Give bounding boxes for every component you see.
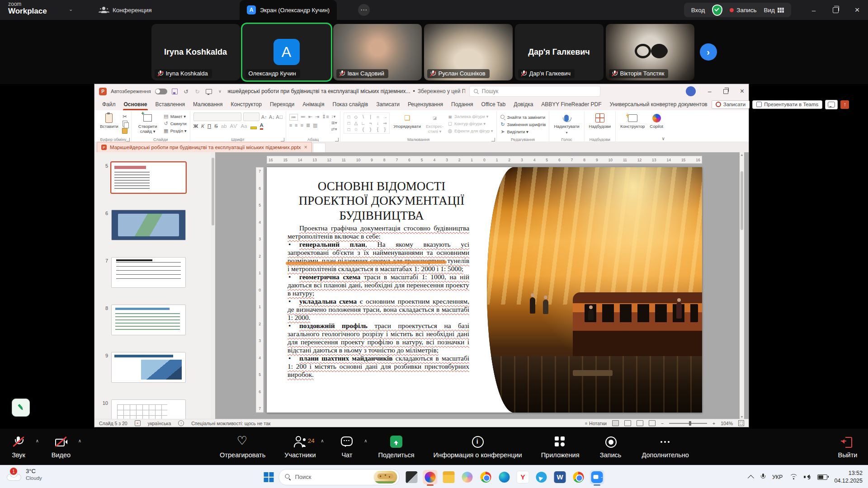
strikethrough-button[interactable]: S: [214, 123, 218, 129]
arrange-button[interactable]: ❏Упорядкувати: [392, 113, 422, 130]
shield-check-icon[interactable]: [712, 5, 722, 16]
ribbon-tab[interactable]: Office Tab: [477, 99, 510, 110]
toolbar-button[interactable]: 24 ∧ Участники: [284, 436, 316, 459]
chevron-up-icon[interactable]: ∧: [36, 438, 39, 443]
tab-conference[interactable]: Конференция: [100, 0, 152, 20]
ribbon-tab[interactable]: Подання: [447, 99, 477, 110]
ribbon-tab[interactable]: Основне: [120, 99, 151, 110]
align-text-button[interactable]: ⊞▾: [331, 120, 337, 125]
bold-button[interactable]: Ж: [193, 123, 198, 129]
dialog-launcher-icon[interactable]: [491, 138, 495, 141]
participant-tile[interactable]: A Олександр Кучин: [242, 24, 331, 80]
cut-button[interactable]: ✂: [122, 113, 128, 119]
ribbon-tab[interactable]: Рецензування: [404, 99, 447, 110]
share-button[interactable]: ↑: [840, 100, 849, 109]
quick-styles-button[interactable]: ◪Експрес- стилі ▾: [425, 113, 445, 135]
collapse-ribbon-button[interactable]: ∨: [662, 136, 665, 141]
ribbon-tab[interactable]: Файл: [98, 99, 120, 110]
decrease-indent-button[interactable]: ⇤: [308, 114, 312, 121]
slide-thumbnail[interactable]: 7: [102, 257, 207, 288]
shape-icon[interactable]: ∟: [360, 120, 366, 126]
shape-icon[interactable]: }: [382, 127, 388, 132]
font-size-box[interactable]: [243, 113, 259, 121]
weather-widget[interactable]: 1 3°C Cloudy: [6, 468, 42, 482]
dialog-launcher-icon[interactable]: [335, 138, 339, 141]
keyboard-language[interactable]: УКР: [772, 474, 783, 480]
annotation-pencil-button[interactable]: [12, 399, 30, 417]
copy-button[interactable]: [122, 121, 128, 127]
user-avatar[interactable]: [686, 86, 696, 96]
clear-format-button[interactable]: A⃠: [277, 114, 283, 120]
shape-icon[interactable]: ¬: [367, 120, 373, 126]
notes-button[interactable]: ≡Нотатки: [585, 421, 607, 426]
shape-outline-button[interactable]: ◻Контур фігури ▾: [447, 121, 493, 127]
zoom-slider[interactable]: [669, 423, 707, 424]
battery-icon[interactable]: [817, 474, 827, 480]
increase-indent-button[interactable]: ⇥: [315, 114, 319, 121]
shape-icon[interactable]: ⇒: [382, 120, 388, 126]
normal-view-button[interactable]: [612, 420, 619, 426]
toolbar-button[interactable]: ∧ Видео: [49, 436, 73, 459]
paste-button[interactable]: Вставити: [99, 113, 120, 130]
chevron-up-icon[interactable]: ∧: [321, 438, 324, 443]
taskbar-app[interactable]: [571, 470, 586, 484]
comments-button[interactable]: [825, 100, 838, 109]
taskbar-app[interactable]: [442, 470, 456, 484]
ribbon-tab[interactable]: Малювання: [189, 99, 226, 110]
shape-icon[interactable]: ☆: [353, 127, 359, 132]
shape-fill-button[interactable]: ◙Заливка фігури ▾: [447, 113, 493, 119]
saved-status[interactable]: Збережено у цей ПК: [418, 88, 465, 94]
ribbon-tab[interactable]: ABBYY FineReader PDF: [537, 99, 605, 110]
shrink-font-button[interactable]: A↓: [269, 114, 275, 120]
fit-to-window-button[interactable]: [738, 420, 744, 426]
slideshow-button[interactable]: [649, 420, 656, 426]
toolbar-button[interactable]: Информация о конференции: [434, 436, 522, 459]
shape-effects-button[interactable]: ◍Ефекти для фігур ▾: [447, 128, 493, 134]
taskbar-app[interactable]: Y: [516, 470, 530, 484]
toolbar-button[interactable]: Дополнительно: [642, 436, 689, 459]
ribbon-tab[interactable]: Универсальный конвертер документов: [606, 99, 712, 110]
italic-button[interactable]: К: [201, 123, 204, 129]
close-document-icon[interactable]: ×: [304, 144, 307, 150]
accessibility-status[interactable]: Спеціальні можливості: щось не так: [191, 421, 270, 426]
font-name-box[interactable]: [193, 113, 241, 121]
char-spacing-button[interactable]: АѴ: [230, 123, 238, 129]
designer-button[interactable]: Конструктор: [619, 113, 646, 130]
restore-button[interactable]: [825, 0, 846, 20]
slide-scrollbar[interactable]: ▲ ▼: [740, 152, 744, 419]
taskbar-app[interactable]: [423, 470, 438, 484]
participant-tile[interactable]: Руслан Сошніков: [424, 24, 513, 80]
login-button[interactable]: Вход: [691, 7, 705, 14]
taskbar-search[interactable]: Поиск: [279, 469, 400, 485]
ribbon-tab[interactable]: Анімація: [298, 99, 328, 110]
zoom-out-button[interactable]: −: [661, 421, 664, 426]
shape-icon[interactable]: □: [345, 114, 352, 120]
participant-tile[interactable]: Вікторія Толстяк: [606, 24, 694, 80]
view-button[interactable]: Вид: [764, 7, 784, 14]
dialog-launcher-icon[interactable]: [126, 138, 130, 141]
align-left-button[interactable]: ≡: [289, 122, 292, 128]
bullets-button[interactable]: ≔: [289, 114, 298, 121]
mic-tray-icon[interactable]: [761, 474, 765, 480]
columns-button[interactable]: ▥: [313, 122, 317, 128]
windows-start-button[interactable]: [264, 472, 274, 482]
reading-view-button[interactable]: [637, 420, 643, 426]
zoom-level[interactable]: 104%: [721, 421, 733, 426]
align-right-button[interactable]: ≡: [300, 122, 303, 128]
reset-button[interactable]: ↺Скинути: [163, 121, 187, 127]
new-slide-button[interactable]: Створити слайд ▾: [135, 113, 161, 135]
wifi-icon[interactable]: [789, 474, 797, 480]
minimize-button[interactable]: –: [803, 0, 825, 20]
toolbar-button[interactable]: ∧ Звук: [6, 436, 31, 459]
close-button[interactable]: ×: [740, 87, 744, 95]
toolbar-button[interactable]: Выйти: [835, 436, 860, 459]
toolbar-button[interactable]: Приложения: [541, 436, 580, 459]
document-tab[interactable]: P Маркшейдерські роботи при будівництві …: [97, 142, 312, 152]
ribbon-tab[interactable]: Показ слайдів: [329, 99, 373, 110]
slide-thumbnail[interactable]: 5: [102, 162, 207, 193]
language-indicator[interactable]: українська: [148, 421, 171, 426]
taskbar-app[interactable]: [534, 470, 549, 484]
toolbar-button[interactable]: ∧ Чат: [335, 436, 359, 459]
line-spacing-button[interactable]: ⇕≡: [322, 114, 329, 121]
shape-icon[interactable]: △: [353, 120, 359, 126]
